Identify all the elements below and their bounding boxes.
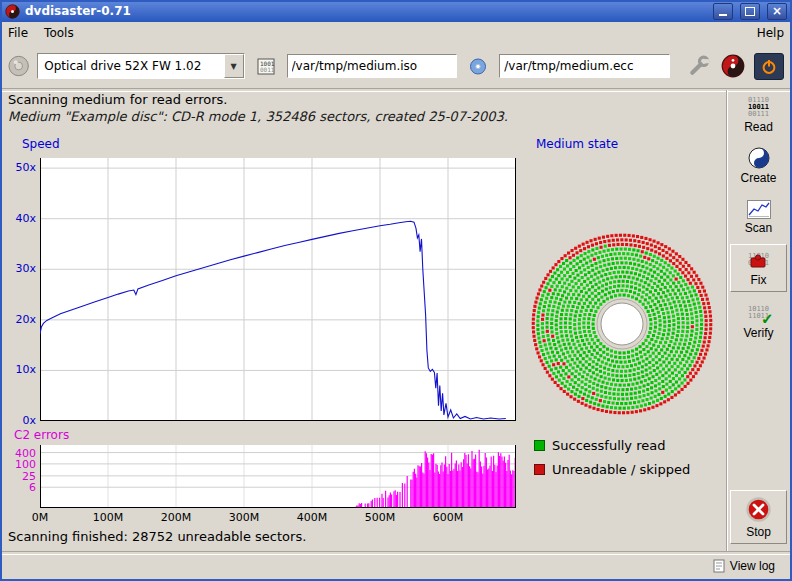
tick-label: 50x bbox=[6, 161, 36, 174]
window-title: dvdisaster-0.71 bbox=[25, 4, 706, 18]
view-log-button[interactable]: View log bbox=[706, 556, 782, 575]
read-button[interactable]: 01110 10011 00111 Read bbox=[730, 92, 787, 138]
app-logo-icon bbox=[5, 4, 20, 19]
application-window: dvdisaster-0.71 × File Tools Help Optica… bbox=[0, 0, 792, 581]
c2-errors-title: C2 errors bbox=[14, 428, 69, 442]
status-line-medium-info: Medium "Example disc": CD-R mode 1, 3524… bbox=[8, 109, 508, 124]
tick-label: 0M bbox=[20, 511, 60, 524]
quit-button[interactable] bbox=[754, 53, 784, 80]
fix-puzzle-icon: 1101001101 bbox=[746, 249, 772, 271]
stop-button[interactable]: Stop bbox=[730, 490, 787, 544]
scan-result-status: Scanning finished: 28752 unreadable sect… bbox=[8, 529, 306, 544]
tick-label: 10x bbox=[6, 363, 36, 376]
menu-help[interactable]: Help bbox=[757, 26, 784, 40]
medium-state-title: Medium state bbox=[536, 137, 618, 151]
tick-label: 400M bbox=[292, 511, 332, 524]
speed-chart-title: Speed bbox=[22, 137, 60, 151]
tick-label: 0x bbox=[6, 414, 36, 427]
drive-selector[interactable]: Optical drive 52X FW 1.02 ▼ bbox=[37, 53, 244, 79]
svg-text:00110: 00110 bbox=[260, 66, 275, 73]
close-icon: × bbox=[772, 5, 782, 17]
image-file-input[interactable] bbox=[287, 54, 458, 78]
unreadable-swatch bbox=[534, 464, 545, 475]
stop-button-label: Stop bbox=[746, 525, 771, 539]
disc-file-icon bbox=[469, 58, 487, 75]
success-swatch bbox=[534, 440, 545, 451]
tick-label: 20x bbox=[6, 313, 36, 326]
wrench-icon bbox=[688, 55, 710, 77]
tick-label: 6 bbox=[6, 481, 36, 494]
scan-button-label: Scan bbox=[745, 221, 772, 235]
power-icon bbox=[761, 58, 777, 75]
sidebar-separator bbox=[726, 90, 728, 551]
stop-icon bbox=[745, 496, 772, 523]
tick-label: 40x bbox=[6, 212, 36, 225]
tick-label: 200M bbox=[156, 511, 196, 524]
speed-chart bbox=[40, 158, 516, 421]
fix-button[interactable]: 1101001101 Fix bbox=[730, 244, 787, 292]
tick-label: 30x bbox=[6, 262, 36, 275]
status-line-primary: Scanning medium for read errors. bbox=[8, 92, 227, 107]
scan-graph-icon bbox=[747, 200, 771, 219]
binary-chip-icon: 10011 00110 bbox=[257, 58, 275, 75]
ecc-file-input[interactable] bbox=[499, 54, 670, 78]
legend-success-label: Successfully read bbox=[552, 438, 665, 453]
fix-button-label: Fix bbox=[751, 273, 767, 287]
verify-button[interactable]: 1011011011 ✓ Verify bbox=[730, 296, 787, 346]
create-button[interactable]: Create bbox=[730, 142, 787, 190]
maximize-icon bbox=[745, 7, 755, 16]
menu-bar: File Tools Help bbox=[0, 22, 792, 44]
tick-label: 100M bbox=[88, 511, 128, 524]
toolbar: Optical drive 52X FW 1.02 ▼ 10011 00110 bbox=[0, 44, 792, 88]
legend-unreadable-label: Unreadable / skipped bbox=[552, 462, 690, 477]
preferences-button[interactable] bbox=[686, 53, 712, 79]
tick-label: 300M bbox=[224, 511, 264, 524]
minimize-icon bbox=[719, 14, 727, 16]
yin-yang-icon bbox=[748, 147, 770, 169]
binary-read-icon: 01110 10011 00111 bbox=[748, 97, 769, 118]
image-file-button[interactable]: 10011 00110 bbox=[253, 53, 279, 79]
tick-label: 500M bbox=[360, 511, 400, 524]
view-log-label: View log bbox=[730, 559, 775, 573]
drive-selector-value: Optical drive 52X FW 1.02 bbox=[38, 59, 223, 73]
dvdisaster-logo-icon bbox=[721, 54, 745, 78]
title-bar[interactable]: dvdisaster-0.71 × bbox=[0, 0, 792, 22]
drive-icon bbox=[8, 55, 29, 77]
medium-state-disc bbox=[524, 226, 720, 422]
scan-button[interactable]: Scan bbox=[730, 194, 787, 240]
legend-item-success: Successfully read bbox=[534, 438, 665, 453]
chevron-down-icon: ▼ bbox=[224, 54, 244, 78]
create-button-label: Create bbox=[740, 171, 776, 185]
about-button[interactable] bbox=[720, 53, 746, 79]
minimize-button[interactable] bbox=[713, 3, 733, 20]
tick-label: 600M bbox=[428, 511, 468, 524]
ecc-file-button[interactable] bbox=[465, 53, 491, 79]
verify-check-icon: 1011011011 ✓ bbox=[746, 302, 772, 324]
c2-errors-chart bbox=[40, 445, 516, 508]
footer-separator bbox=[0, 551, 792, 555]
menu-file[interactable]: File bbox=[8, 26, 28, 40]
log-page-icon bbox=[713, 559, 725, 573]
legend-item-unreadable: Unreadable / skipped bbox=[534, 462, 690, 477]
maximize-button[interactable] bbox=[740, 3, 760, 20]
verify-button-label: Verify bbox=[743, 326, 773, 340]
menu-tools[interactable]: Tools bbox=[44, 26, 74, 40]
close-button[interactable]: × bbox=[767, 3, 787, 20]
read-button-label: Read bbox=[744, 120, 773, 134]
